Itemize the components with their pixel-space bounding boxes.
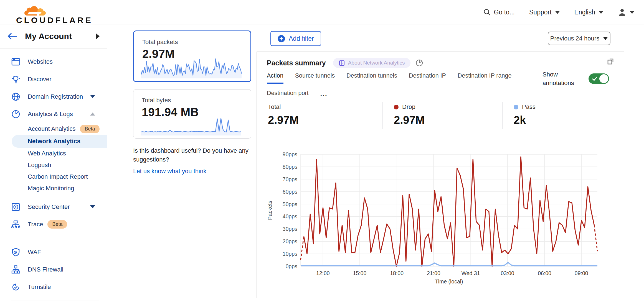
sidebar-item-trace[interactable]: Trace Beta [0, 216, 107, 233]
search-icon [483, 9, 491, 16]
sidebar-item-label: Discover [28, 76, 107, 83]
sidebar-nav: Websites Discover Domain Registration An… [0, 48, 107, 302]
sidebar-item-label: Turnstile [28, 283, 107, 291]
sidebar-item-label: Magic Monitoring [28, 185, 74, 192]
chevron-down-icon [603, 37, 608, 40]
goto-search[interactable]: Go to... [483, 9, 515, 16]
support-menu[interactable]: Support [529, 9, 560, 16]
svg-text:10pps: 10pps [283, 251, 297, 257]
svg-text:15:00: 15:00 [353, 270, 367, 276]
sidebar-item-web-analytics[interactable]: Web Analytics [0, 148, 107, 159]
sidebar-item-dns-firewall[interactable]: DNS Firewall [0, 261, 107, 278]
packets-sparkline [141, 57, 242, 78]
total-bytes-card[interactable]: Total bytes 191.94 MB [133, 89, 251, 139]
sidebar-item-analytics-logs[interactable]: Analytics & Logs [0, 105, 107, 123]
chevron-down-icon [630, 11, 635, 14]
sidebar-item-magic-monitoring[interactable]: Magic Monitoring [0, 183, 107, 194]
packets-summary-panel: Packets summary About Network Analytics … [257, 52, 624, 298]
svg-text:Wed 31: Wed 31 [462, 270, 480, 276]
add-filter-button[interactable]: Add filter [270, 31, 321, 46]
chevron-up-icon [90, 112, 95, 116]
date-range-label: Previous 24 hours [550, 35, 599, 42]
next-panel-top-edge [257, 301, 624, 302]
svg-text:20pps: 20pps [283, 238, 297, 244]
back-arrow-icon[interactable] [7, 32, 18, 40]
cloudflare-cloud-icon [16, 3, 50, 17]
pie-clock-icon[interactable] [415, 59, 423, 67]
account-menu[interactable] [618, 8, 635, 16]
sidebar-item-network-analytics[interactable]: Network Analytics [12, 135, 107, 148]
stat-pass: Pass 2k [503, 98, 625, 133]
support-label: Support [529, 9, 552, 16]
stat-value: 2.97M [268, 114, 382, 126]
sidebar-item-security-center[interactable]: Security Center [0, 198, 107, 216]
analytics-pie-icon [11, 110, 21, 119]
cloudflare-logo[interactable]: CLOUDFLARE [16, 3, 93, 25]
svg-text:50pps: 50pps [283, 201, 297, 207]
turnstile-refresh-check-icon [11, 283, 21, 291]
stats-row: Total 2.97M Drop 2.97M Pass 2k [257, 98, 625, 133]
sidebar-item-label: Network Analytics [28, 138, 80, 145]
about-badge-label: About Network Analytics [348, 60, 405, 66]
sidebar-item-account-analytics[interactable]: Account Analytics Beta [0, 123, 107, 135]
expand-panel-icon[interactable] [606, 57, 615, 66]
stat-label: Drop [402, 103, 415, 111]
language-menu[interactable]: English [574, 9, 604, 16]
sidebar-item-waf[interactable]: WAF [0, 243, 107, 261]
date-range-dropdown[interactable]: Previous 24 hours [548, 32, 610, 45]
book-icon [339, 60, 345, 66]
tab-source-tunnels[interactable]: Source tunnels [295, 72, 335, 84]
sidebar-item-carbon-impact[interactable]: Carbon Impact Report [0, 171, 107, 183]
show-annotations-toggle[interactable] [589, 73, 609, 84]
chevron-down-icon [90, 205, 95, 208]
feedback-question: Is this dashboard useful? Do you have an… [133, 146, 255, 164]
security-safe-icon [11, 203, 21, 211]
total-packets-card[interactable]: Total packets 2.97M [133, 30, 251, 82]
cloudflare-wordmark: CLOUDFLARE [16, 16, 93, 25]
sidebar-item-label: Domain Registration [28, 93, 90, 100]
chevron-right-icon[interactable] [96, 34, 100, 39]
tab-action[interactable]: Action [267, 72, 283, 84]
sidebar-item-discover[interactable]: Discover [0, 70, 107, 88]
tab-destination-tunnels[interactable]: Destination tunnels [346, 72, 397, 84]
sidebar-account-header: My Account [0, 24, 107, 48]
sidebar-item-turnstile[interactable]: Turnstile [0, 278, 107, 296]
sidebar-item-label: Analytics & Logs [28, 111, 90, 118]
chevron-down-icon [599, 11, 604, 14]
pass-legend-dot [514, 105, 518, 109]
dns-tree-icon [11, 265, 21, 274]
user-icon [618, 8, 626, 16]
sidebar-item-domain-registration[interactable]: Domain Registration [0, 88, 107, 105]
tab-destination-ip[interactable]: Destination IP [409, 72, 446, 84]
packets-time-series-chart[interactable]: 0pps10pps20pps30pps40pps50pps60pps70pps8… [265, 148, 617, 293]
sidebar-item-websites[interactable]: Websites [0, 53, 107, 70]
stat-value: 2.97M [394, 114, 502, 126]
svg-text:0pps: 0pps [286, 263, 298, 269]
card-label: Total bytes [142, 97, 243, 104]
svg-text:70pps: 70pps [283, 176, 297, 182]
check-icon [591, 75, 598, 82]
sidebar-item-label: Web Analytics [28, 150, 66, 157]
stat-total: Total 2.97M [257, 98, 382, 133]
svg-text:Time (local): Time (local) [435, 278, 463, 285]
sidebar-item-label: Carbon Impact Report [28, 173, 88, 180]
drop-legend-dot [394, 105, 399, 109]
stat-label: Pass [522, 103, 536, 111]
sidebar-item-logpush[interactable]: Logpush [0, 159, 107, 171]
add-filter-label: Add filter [289, 35, 314, 42]
stat-value: 2k [514, 114, 625, 126]
globe-icon [11, 92, 21, 101]
browser-window-icon [11, 58, 21, 66]
toggle-knob [599, 74, 608, 83]
card-label: Total packets [142, 39, 242, 46]
sidebar-item-label: Account Analytics [28, 125, 75, 132]
sidebar-divider [11, 238, 99, 238]
sidebar-item-label: DNS Firewall [28, 266, 107, 273]
chevron-down-icon [90, 95, 95, 98]
chevron-down-icon [555, 11, 560, 14]
about-network-analytics-badge[interactable]: About Network Analytics [333, 58, 410, 68]
tab-destination-ip-range[interactable]: Destination IP range [458, 72, 511, 84]
feedback-block: Is this dashboard useful? Do you have an… [133, 146, 255, 176]
feedback-link[interactable]: Let us know what you think [133, 167, 206, 176]
svg-text:40pps: 40pps [283, 213, 297, 219]
